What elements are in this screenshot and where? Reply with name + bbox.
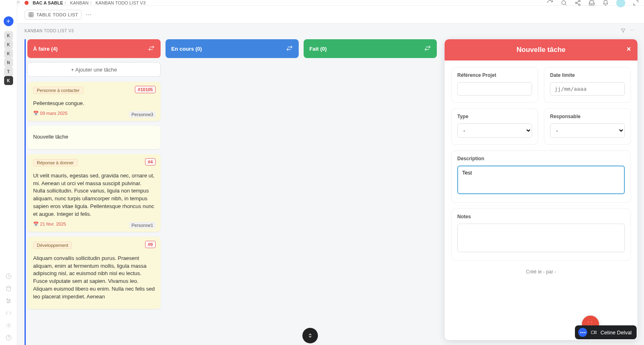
column-header-todo[interactable]: À faire (4) — [27, 39, 161, 58]
task-card[interactable]: #4Réponse à donnerUt velit mauris, egest… — [27, 154, 161, 232]
swap-icon[interactable] — [148, 45, 155, 52]
svg-point-13 — [562, 0, 566, 4]
rail-item[interactable]: K — [4, 40, 13, 49]
presence-name: Celine Delval — [600, 329, 632, 336]
type-label: Type — [457, 114, 532, 119]
svg-point-5 — [8, 325, 9, 326]
ref-badge: #10105 — [135, 86, 156, 93]
field-description: Description Test — [451, 150, 631, 203]
video-icon — [590, 329, 597, 336]
bell-icon[interactable] — [602, 0, 609, 6]
add-button[interactable]: + — [4, 16, 13, 26]
svg-point-11 — [17, 2, 18, 3]
avatar[interactable] — [616, 0, 625, 7]
type-select[interactable]: - — [457, 123, 532, 138]
topbar: BAC A SABLE / KANBAN / KANBAN TODO LIST … — [0, 0, 644, 6]
left-rail: + KKKNTK — [0, 0, 17, 345]
breadcrumb-current[interactable]: KANBAN TODO LIST V3 — [96, 0, 145, 5]
help-icon[interactable] — [5, 334, 12, 341]
ref-badge: #4 — [145, 158, 156, 166]
column-doing: En cours (0) — [165, 39, 299, 345]
workspace-dot-icon — [25, 1, 29, 5]
desc-label: Description — [457, 156, 625, 161]
task-card[interactable]: #10105Personne à contacterPellentesque c… — [27, 82, 161, 121]
board-title: KANBAN TODO LIST V3 — [25, 29, 74, 33]
card-tag: Réponse à donner — [33, 159, 78, 166]
gear-icon[interactable] — [5, 322, 12, 329]
card-tag: Personne à contacter — [33, 87, 83, 94]
presence-dots-icon — [578, 328, 587, 337]
breadcrumb-workspace[interactable]: BAC A SABLE — [33, 0, 63, 5]
search-icon[interactable] — [561, 0, 567, 6]
task-detail-panel: Nouvelle tâche × Référence Projet Date l… — [445, 39, 637, 340]
ref-label: Référence Projet — [457, 72, 532, 78]
board-more-icon[interactable]: ⋯ — [630, 28, 635, 34]
add-task-label: + Ajouter une tâche — [71, 67, 117, 73]
expand-icon[interactable] — [633, 0, 639, 6]
code-icon[interactable] — [5, 310, 12, 316]
clock-icon[interactable] — [5, 273, 12, 280]
refresh-icon[interactable] — [547, 0, 553, 6]
column-header-doing[interactable]: En cours (0) — [165, 39, 299, 58]
svg-rect-18 — [591, 331, 595, 334]
panel-header: Nouvelle tâche × — [445, 39, 637, 60]
filter-icon[interactable] — [620, 28, 626, 34]
field-type: Type - — [451, 108, 538, 145]
presence-pill[interactable]: Celine Delval — [575, 325, 637, 339]
column-label: Fait (0) — [309, 46, 327, 52]
resp-label: Responsable — [550, 114, 625, 119]
column-label: À faire (4) — [33, 46, 58, 52]
svg-point-16 — [579, 4, 580, 5]
field-notes: Notes — [451, 208, 631, 261]
breadcrumb-parent[interactable]: KANBAN — [70, 0, 88, 5]
field-date: Date limite — [544, 67, 631, 103]
desc-textarea[interactable]: Test — [457, 166, 625, 194]
swap-icon[interactable] — [286, 45, 293, 52]
card-assignee: Personne1 — [129, 222, 156, 229]
svg-rect-17 — [29, 12, 34, 17]
rail-bottom-icons — [0, 273, 17, 341]
date-label: Date limite — [550, 72, 625, 78]
rail-item[interactable]: K — [4, 31, 13, 40]
resp-select[interactable]: - — [550, 123, 625, 138]
panel-title: Nouvelle tâche — [517, 46, 566, 54]
rail-item[interactable]: T — [4, 67, 13, 76]
board-title-row: KANBAN TODO LIST V3 ⋯ — [25, 24, 644, 36]
rail-item[interactable]: K — [4, 76, 13, 85]
database-icon[interactable] — [5, 285, 12, 292]
field-responsible: Responsable - — [544, 108, 631, 145]
close-icon[interactable]: × — [626, 45, 631, 54]
svg-point-8 — [17, 1, 18, 2]
view-table-button[interactable]: TABLE TODO LIST — [25, 10, 82, 20]
panel-meta: Créé le - par - — [451, 267, 631, 280]
field-reference: Référence Projet — [451, 67, 538, 103]
add-task-button[interactable]: + Ajouter une tâche — [27, 62, 161, 77]
sliders-icon[interactable] — [5, 298, 12, 304]
view-more-icon[interactable]: ⋯ — [86, 11, 92, 18]
column-done: Fait (0) — [304, 39, 437, 345]
task-card[interactable]: #9DéveloppementAliquam convallis sollici… — [27, 237, 161, 309]
ref-input[interactable] — [457, 82, 532, 96]
table-icon — [28, 12, 34, 18]
column-header-done[interactable]: Fait (0) — [304, 39, 437, 58]
view-label: TABLE TODO LIST — [36, 12, 78, 17]
card-body: Aliquam convallis sollicitudin purus. Pr… — [33, 255, 155, 301]
date-input[interactable] — [550, 82, 625, 96]
svg-point-14 — [579, 0, 580, 2]
svg-point-12 — [19, 2, 20, 3]
swap-icon[interactable] — [424, 45, 431, 52]
scroll-fab[interactable] — [302, 328, 318, 343]
card-body: Ut velit mauris, egestas sed, gravida ne… — [33, 172, 155, 218]
inbox-icon[interactable] — [588, 0, 595, 6]
share-icon[interactable] — [575, 0, 581, 6]
updown-icon — [307, 332, 313, 339]
notes-label: Notes — [457, 214, 625, 220]
rail-item[interactable]: N — [4, 58, 13, 67]
viewbar: TABLE TODO LIST ⋯ — [0, 6, 644, 24]
task-card[interactable]: Nouvelle tâche — [27, 126, 161, 149]
ref-badge: #9 — [145, 241, 156, 248]
notes-textarea[interactable] — [457, 224, 625, 252]
svg-point-9 — [19, 1, 20, 2]
rail-item[interactable]: K — [4, 49, 13, 58]
card-assignee: Personne3 — [129, 111, 156, 118]
